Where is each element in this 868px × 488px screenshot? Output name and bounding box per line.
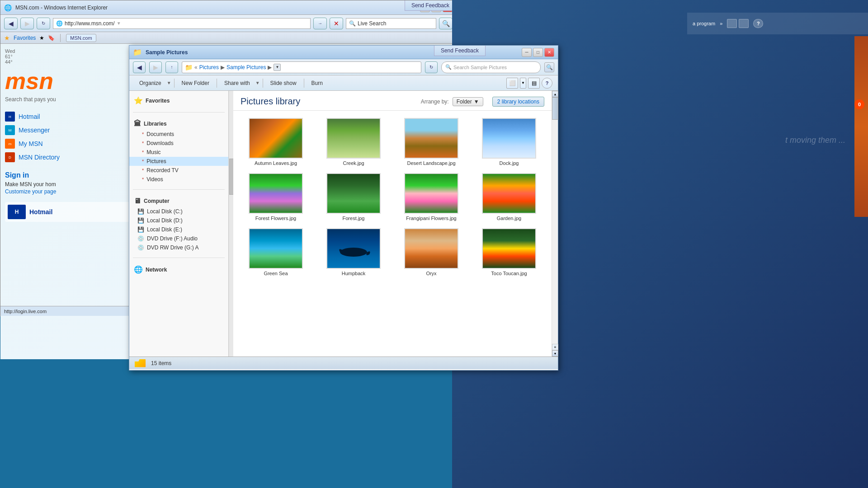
explorer-back-button[interactable]: ◀	[133, 61, 146, 73]
arrange-dropdown[interactable]: Folder ▼	[453, 97, 483, 106]
sidebar-item-videos[interactable]: * Videos	[129, 175, 228, 184]
burn-button[interactable]: Burn	[307, 77, 327, 89]
explorer-forward-button[interactable]: ▶	[149, 61, 162, 73]
thumbnail-garden[interactable]: Garden.jpg	[470, 169, 548, 225]
autumn-leaves-label: Autumn Leaves.jpg	[255, 160, 297, 166]
thumbnail-forest-flowers[interactable]: Forest Flowers.jpg	[237, 169, 315, 225]
oryx-image	[404, 228, 458, 269]
messenger-label: Messenger	[19, 127, 50, 134]
msn-tab[interactable]: MSN.com	[66, 34, 96, 42]
explorer-nav-toolbar: ◀ ▶ ↑ 📁 « Pictures ▶ Sample Pictures ▶ ▼…	[129, 59, 558, 75]
thumbnail-forest[interactable]: Forest.jpg	[315, 169, 392, 225]
search-bar[interactable]: 🔍 Search Sample Pictures	[441, 61, 541, 73]
thumbnail-desert-landscape[interactable]: Desert Landscape.jpg	[392, 114, 470, 169]
share-dropdown-arrow[interactable]: ▼	[255, 80, 260, 85]
network-header[interactable]: 🌐 Network	[129, 263, 228, 276]
ie-stop-button[interactable]: ✕	[330, 18, 343, 29]
thumbnail-frangipani[interactable]: Frangipani Flowers.jpg	[392, 169, 470, 225]
libraries-header[interactable]: 🏛 Libraries	[129, 118, 228, 130]
favorites-label: Favorites	[146, 98, 170, 104]
local-disk-d[interactable]: 💾 Local Disk (D:)	[129, 216, 228, 225]
main-scrollbar[interactable]: ▲ ≡ ▼	[552, 91, 558, 357]
help-icon-right[interactable]: ?	[753, 19, 763, 28]
explorer-body: ⭐ Favorites 🏛 Libraries * Documents	[129, 91, 558, 357]
forest-flowers-image	[249, 173, 303, 214]
weather-day: Wed	[5, 48, 15, 54]
local-disk-e[interactable]: 💾 Local Disk (E:)	[129, 225, 228, 234]
dvd-drive-f[interactable]: 💿 DVD Drive (F:) Audio	[129, 234, 228, 243]
ie-refresh-button[interactable]: ↻	[37, 18, 50, 29]
preview-pane-button[interactable]: ⬜	[506, 78, 518, 89]
organize-dropdown-arrow[interactable]: ▼	[167, 80, 171, 85]
dvd-rw-drive-g[interactable]: 💿 DVD RW Drive (G:) A	[129, 243, 228, 252]
sidebar-item-recorded-tv[interactable]: * Recorded TV	[129, 166, 228, 175]
breadcrumb-pictures[interactable]: Pictures	[199, 64, 219, 70]
hdd-d-icon: 💾	[137, 217, 144, 224]
weather-low: 44°	[5, 59, 13, 65]
explorer-up-button[interactable]: ↑	[165, 61, 178, 73]
thumbnail-toucan[interactable]: Toco Toucan.jpg	[470, 225, 548, 280]
organize-button[interactable]: Organize	[135, 77, 166, 89]
ie-back-button[interactable]: ◀	[4, 18, 18, 29]
cmd-separator-2	[217, 79, 217, 88]
search-go-button[interactable]: 🔍	[544, 62, 554, 72]
right-toolbar: a program » ?	[687, 13, 868, 34]
explorer-close-button[interactable]: ✕	[544, 48, 554, 57]
search-placeholder-text: Search Sample Pictures	[453, 65, 507, 70]
details-pane-button[interactable]: ▤	[528, 78, 540, 89]
sidebar-item-music[interactable]: * Music	[129, 148, 228, 157]
scroll-up-button[interactable]: ▲	[552, 91, 558, 97]
desert-landscape-label: Desert Landscape.jpg	[407, 160, 455, 166]
view-toggle-1[interactable]	[727, 19, 737, 28]
explorer-refresh-button[interactable]: ↻	[425, 61, 438, 73]
ie-window-controls: Send Feedback ─ □ ✕	[420, 3, 453, 12]
thumbnail-autumn-leaves[interactable]: Autumn Leaves.jpg	[237, 114, 315, 169]
view-dropdown-button[interactable]: ▼	[520, 78, 526, 89]
scroll-thumb[interactable]	[552, 97, 558, 120]
sidebar-item-downloads[interactable]: * Downloads	[129, 139, 228, 148]
slide-show-button[interactable]: Slide show	[266, 77, 301, 89]
frangipani-image	[404, 173, 458, 214]
ie-send-feedback[interactable]: Send Feedback	[405, 0, 456, 11]
local-disk-c[interactable]: 💾 Local Disk (C:)	[129, 207, 228, 216]
thumbnail-oryx[interactable]: Oryx	[392, 225, 470, 280]
ie-search-btn[interactable]: 🔍	[439, 18, 453, 29]
libraries-label: Libraries	[144, 121, 167, 127]
libraries-icon: 🏛	[134, 120, 141, 128]
local-disk-d-label: Local Disk (D:)	[147, 217, 183, 224]
scroll-down-button[interactable]: ▼	[552, 350, 558, 357]
dock-image	[482, 118, 536, 159]
ie-search-bar[interactable]: 🔍 Live Search	[346, 18, 436, 29]
badge-number: 0	[854, 99, 864, 109]
breadcrumb-sample-pictures[interactable]: Sample Pictures	[226, 64, 266, 70]
ie-address-bar[interactable]: 🌐 http://www.msn.com/ ▼	[53, 18, 311, 29]
explorer-send-feedback[interactable]: Send Feedback	[434, 46, 486, 56]
explorer-restore-button[interactable]: □	[533, 48, 543, 57]
hotmail2-label[interactable]: Hotmail	[29, 208, 52, 216]
computer-icon: 🖥	[134, 197, 141, 205]
hotmail2-icon: H	[8, 205, 26, 219]
explorer-minimize-button[interactable]: ─	[522, 48, 532, 57]
local-disk-c-label: Local Disk (C:)	[147, 208, 183, 215]
thumbnail-green-sea[interactable]: Green Sea	[237, 225, 315, 280]
svg-point-0	[340, 248, 367, 257]
breadcrumb-dropdown[interactable]: ▼	[274, 64, 281, 71]
view-toggle-2[interactable]	[739, 19, 749, 28]
help-button[interactable]: ?	[542, 78, 552, 89]
new-folder-button[interactable]: New Folder	[177, 77, 214, 89]
library-locations-button[interactable]: 2 library locations	[492, 97, 544, 107]
sidebar-item-pictures[interactable]: * Pictures	[129, 157, 228, 166]
sidebar-scrollbar[interactable]	[229, 91, 233, 357]
main-content: Pictures library Arrange by: Folder ▼ 2 …	[233, 91, 552, 357]
ie-go-button[interactable]: →	[313, 18, 327, 29]
thumbnail-humpback[interactable]: Humpback	[315, 225, 392, 280]
computer-header[interactable]: 🖥 Computer	[129, 195, 228, 207]
ie-forward-button[interactable]: ▶	[20, 18, 34, 29]
share-with-button[interactable]: Share with	[220, 77, 255, 89]
thumbnail-creek[interactable]: Creek.jpg	[315, 114, 392, 169]
favorites-label[interactable]: Favorites	[14, 35, 36, 41]
favorites-header[interactable]: ⭐ Favorites	[129, 94, 228, 107]
thumbnail-dock[interactable]: Dock.jpg	[470, 114, 548, 169]
autumn-leaves-image	[249, 118, 303, 159]
sidebar-item-documents[interactable]: * Documents	[129, 130, 228, 139]
